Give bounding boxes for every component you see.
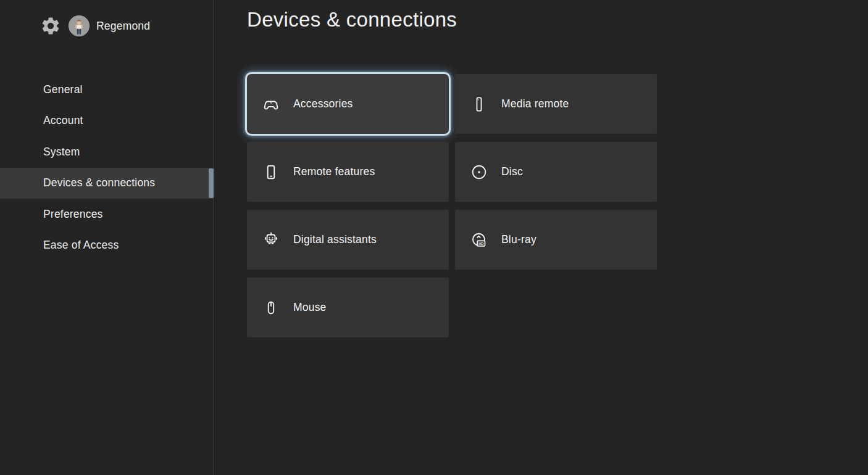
profile-name: Regemond (96, 20, 150, 33)
tile-label: Remote features (293, 165, 375, 178)
phone-icon (262, 163, 280, 181)
xbox-settings-screen: Regemond General Account System Devices … (0, 0, 868, 475)
tiles-grid: Accessories Media remote Remote features (247, 74, 657, 337)
sidebar-item-label: Preferences (43, 208, 103, 221)
blu-ray-icon: HD (470, 231, 488, 249)
sidebar-item-label: Ease of Access (43, 239, 119, 252)
media-remote-icon (470, 95, 488, 114)
sidebar-item-devices-connections[interactable]: Devices & connections (0, 168, 214, 199)
sidebar-item-label: Account (43, 114, 83, 127)
tile-label: Disc (501, 165, 523, 178)
sidebar-item-general[interactable]: General (0, 74, 214, 105)
selection-accent-bar (209, 168, 214, 199)
sidebar-item-account[interactable]: Account (0, 105, 214, 137)
tile-label: Media remote (501, 97, 569, 110)
tile-label: Accessories (293, 97, 353, 110)
sidebar-item-label: Devices & connections (43, 176, 155, 189)
mouse-icon (262, 299, 280, 317)
robot-icon (262, 231, 280, 249)
disc-icon (470, 163, 488, 181)
page-title: Devices & connections (247, 8, 457, 31)
tile-blu-ray[interactable]: HD Blu-ray (455, 210, 657, 270)
sidebar-item-ease-of-access[interactable]: Ease of Access (0, 230, 214, 262)
tile-label: Blu-ray (501, 233, 536, 246)
tile-accessories[interactable]: Accessories (247, 74, 449, 134)
sidebar-item-system[interactable]: System (0, 136, 214, 168)
tile-label: Digital assistants (293, 233, 377, 246)
tile-remote-features[interactable]: Remote features (247, 142, 449, 202)
tile-label: Mouse (293, 301, 327, 314)
gear-icon[interactable] (40, 15, 62, 37)
profile-row[interactable]: Regemond (40, 15, 150, 37)
controller-icon (262, 95, 280, 114)
sidebar-item-preferences[interactable]: Preferences (0, 199, 214, 230)
sidebar-nav: General Account System Devices & connect… (0, 74, 214, 261)
settings-sidebar: Regemond General Account System Devices … (0, 0, 214, 475)
tile-disc[interactable]: Disc (455, 142, 657, 202)
sidebar-item-label: General (43, 83, 83, 96)
sidebar-item-label: System (43, 146, 80, 159)
tile-digital-assistants[interactable]: Digital assistants (247, 210, 449, 270)
avatar[interactable] (69, 15, 90, 36)
tile-mouse[interactable]: Mouse (247, 278, 449, 337)
tile-media-remote[interactable]: Media remote (455, 74, 657, 134)
svg-text:HD: HD (478, 241, 483, 245)
